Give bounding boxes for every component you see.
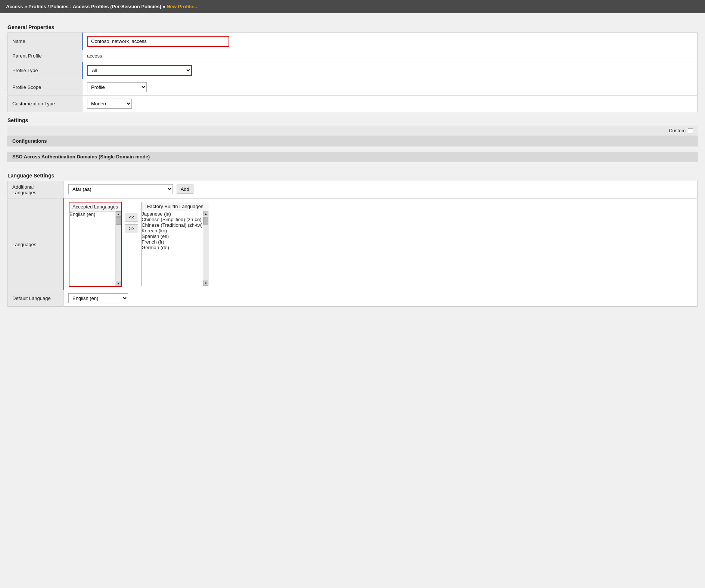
languages-control-cell: Accepted Languages English (en) ▲ ▼ bbox=[64, 199, 698, 290]
scroll-down-arrow[interactable]: ▼ bbox=[203, 281, 208, 286]
accepted-scrollbar: ▲ ▼ bbox=[115, 211, 121, 286]
customization-type-label: Customization Type bbox=[8, 96, 83, 112]
name-input[interactable] bbox=[87, 36, 229, 47]
scroll-up-arrow[interactable]: ▲ bbox=[203, 211, 208, 216]
accepted-listbox[interactable]: English (en) bbox=[69, 211, 115, 286]
language-boxes-container: Accepted Languages English (en) ▲ ▼ bbox=[69, 202, 693, 287]
scroll-down-arrow[interactable]: ▼ bbox=[116, 281, 121, 286]
general-properties-heading: General Properties bbox=[7, 24, 698, 30]
profile-scope-select[interactable]: Profile Global Named bbox=[87, 82, 147, 92]
additional-languages-label: Additional Languages bbox=[8, 181, 64, 199]
name-value-cell bbox=[83, 33, 698, 50]
additional-languages-control-cell: Afar (aa) Abkhazian (ab) Afrikaans (af) … bbox=[64, 181, 698, 199]
parent-profile-row: Parent Profile access bbox=[8, 50, 698, 62]
profile-scope-value-cell: Profile Global Named bbox=[83, 79, 698, 96]
factory-builtIn-header: Factory BuiltIn Languages bbox=[142, 202, 209, 211]
language-settings-heading: Language Settings bbox=[7, 173, 698, 179]
accepted-languages-box: Accepted Languages English (en) ▲ ▼ bbox=[69, 202, 122, 287]
custom-label: Custom bbox=[669, 128, 686, 133]
list-item[interactable]: English (en) bbox=[69, 211, 115, 217]
default-language-select[interactable]: English (en) Japanese (ja) Chinese (Simp… bbox=[68, 293, 128, 303]
general-properties-table: Name Parent Profile access Profile Type … bbox=[7, 33, 698, 112]
parent-profile-label: Parent Profile bbox=[8, 50, 83, 62]
languages-label: Languages bbox=[8, 199, 64, 290]
languages-row: Languages Accepted Languages English (en… bbox=[8, 199, 698, 290]
name-label: Name bbox=[8, 33, 83, 50]
list-item[interactable]: German (de) bbox=[142, 245, 203, 250]
scroll-up-arrow[interactable]: ▲ bbox=[116, 211, 121, 217]
profile-type-select[interactable]: All LTM-APM SSL-VPN Named bbox=[87, 65, 192, 76]
list-item[interactable]: Chinese (Simplified) (zh-cn) bbox=[142, 217, 203, 222]
settings-heading: Settings bbox=[7, 117, 698, 123]
list-item[interactable]: Chinese (Traditional) (zh-tw) bbox=[142, 222, 203, 228]
additional-languages-row: Additional Languages Afar (aa) Abkhazian… bbox=[8, 181, 698, 199]
customization-type-value-cell: Modern Standard bbox=[83, 96, 698, 112]
scroll-thumb[interactable] bbox=[116, 217, 121, 225]
factory-scrollbar: ▲ ▼ bbox=[203, 211, 209, 286]
default-language-row: Default Language English (en) Japanese (… bbox=[8, 290, 698, 307]
list-item[interactable]: Korean (ko) bbox=[142, 228, 203, 233]
settings-custom-row: Custom bbox=[7, 126, 698, 136]
list-item[interactable]: Japanese (ja) bbox=[142, 211, 203, 217]
profile-scope-row: Profile Scope Profile Global Named bbox=[8, 79, 698, 96]
factory-listbox[interactable]: Japanese (ja) Chinese (Simplified) (zh-c… bbox=[142, 211, 203, 286]
breadcrumb-base: Access » Profiles / Policies : Access Pr… bbox=[6, 4, 167, 9]
profile-type-label: Profile Type bbox=[8, 62, 83, 79]
list-item[interactable]: Spanish (es) bbox=[142, 233, 203, 239]
accepted-listbox-wrapper: English (en) ▲ ▼ bbox=[69, 211, 121, 286]
custom-checkbox[interactable] bbox=[688, 128, 693, 133]
profile-scope-label: Profile Scope bbox=[8, 79, 83, 96]
factory-builtIn-box: Factory BuiltIn Languages Japanese (ja) … bbox=[141, 202, 209, 286]
scroll-thumb[interactable] bbox=[203, 217, 208, 225]
sso-heading: SSO Across Authentication Domains (Singl… bbox=[7, 152, 698, 162]
profile-type-value-cell: All LTM-APM SSL-VPN Named bbox=[83, 62, 698, 79]
breadcrumb: Access » Profiles / Policies : Access Pr… bbox=[0, 0, 705, 13]
profile-type-row: Profile Type All LTM-APM SSL-VPN Named bbox=[8, 62, 698, 79]
customization-type-select[interactable]: Modern Standard bbox=[87, 99, 132, 109]
add-language-button[interactable]: Add bbox=[177, 185, 193, 194]
transfer-buttons: << >> bbox=[125, 202, 138, 233]
accepted-languages-header: Accepted Languages bbox=[69, 202, 121, 211]
transfer-left-button[interactable]: << bbox=[125, 213, 138, 222]
factory-listbox-wrapper: Japanese (ja) Chinese (Simplified) (zh-c… bbox=[142, 211, 209, 286]
breadcrumb-highlight: New Profile... bbox=[167, 4, 197, 9]
name-row: Name bbox=[8, 33, 698, 50]
transfer-right-button[interactable]: >> bbox=[125, 224, 138, 233]
customization-type-row: Customization Type Modern Standard bbox=[8, 96, 698, 112]
configurations-heading: Configurations bbox=[7, 136, 698, 146]
default-language-control-cell: English (en) Japanese (ja) Chinese (Simp… bbox=[64, 290, 698, 307]
default-language-label: Default Language bbox=[8, 290, 64, 307]
additional-languages-select[interactable]: Afar (aa) Abkhazian (ab) Afrikaans (af) … bbox=[68, 184, 173, 194]
parent-profile-value: access bbox=[83, 50, 698, 62]
language-settings-table: Additional Languages Afar (aa) Abkhazian… bbox=[7, 181, 698, 307]
list-item[interactable]: French (fr) bbox=[142, 239, 203, 245]
